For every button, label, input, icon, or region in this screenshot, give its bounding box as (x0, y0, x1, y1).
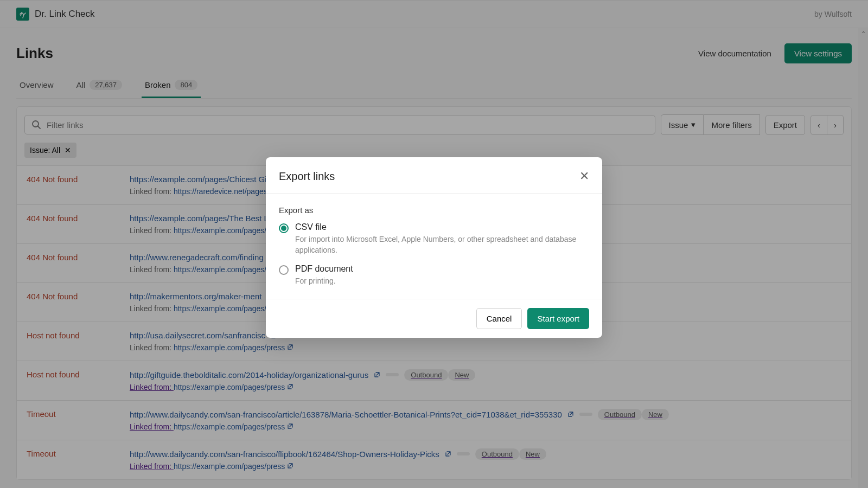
radio-title: PDF document (295, 264, 353, 274)
export-modal: Export links ✕ Export as CSV file For im… (266, 157, 602, 338)
radio-input (279, 223, 289, 233)
radio-csv[interactable]: CSV file For import into Microsoft Excel… (279, 222, 589, 255)
modal-close-button[interactable]: ✕ (579, 169, 589, 183)
close-icon: ✕ (579, 169, 589, 183)
radio-pdf[interactable]: PDF document For printing. (279, 264, 589, 287)
radio-title: CSV file (295, 222, 589, 232)
export-as-label: Export as (279, 206, 589, 215)
start-export-button[interactable]: Start export (527, 308, 589, 329)
cancel-button[interactable]: Cancel (476, 308, 522, 329)
modal-title: Export links (279, 170, 335, 183)
radio-desc: For printing. (295, 276, 353, 287)
radio-desc: For import into Microsoft Excel, Apple N… (295, 234, 589, 255)
radio-input (279, 265, 289, 275)
